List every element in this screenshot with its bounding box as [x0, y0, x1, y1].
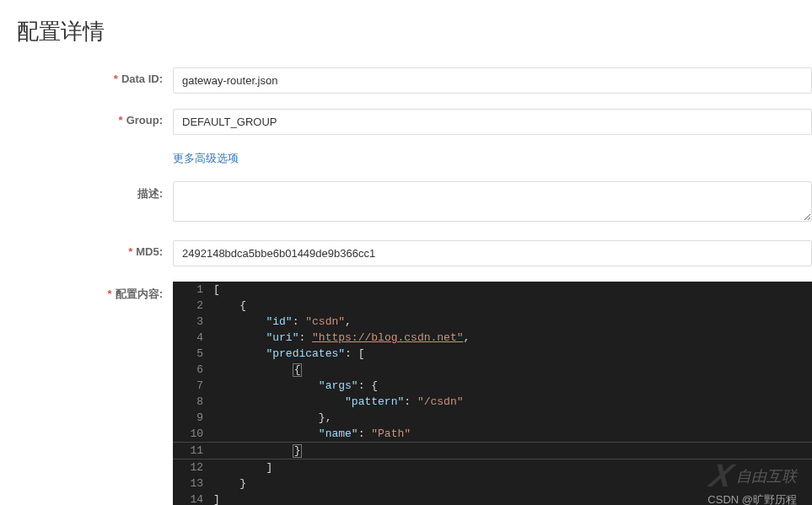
- code-text: "name": "Path": [213, 426, 812, 442]
- code-line: 5 "predicates": [: [173, 346, 812, 362]
- code-text: [: [213, 282, 812, 298]
- input-description[interactable]: [173, 181, 812, 222]
- code-text: "pattern": "/csdn": [213, 394, 812, 410]
- link-advanced-options[interactable]: 更多高级选项: [173, 152, 239, 164]
- code-line: 12 ]: [173, 459, 812, 475]
- row-content: *配置内容: 1[2 {3 "id": "csdn",4 "uri": "htt…: [17, 282, 812, 505]
- code-line: 8 "pattern": "/csdn": [173, 394, 812, 410]
- line-number: 10: [173, 426, 213, 442]
- label-description: 描述:: [17, 181, 173, 201]
- row-data-id: *Data ID:: [17, 67, 812, 94]
- label-md5: *MD5:: [17, 240, 173, 258]
- code-text: "uri": "https://blog.csdn.net",: [213, 330, 812, 346]
- code-text: "predicates": [: [213, 346, 812, 362]
- line-number: 11: [173, 443, 213, 459]
- code-line: 9 },: [173, 410, 812, 426]
- code-line: 2 {: [173, 298, 812, 314]
- line-number: 12: [173, 459, 213, 475]
- code-text: "id": "csdn",: [213, 314, 812, 330]
- row-description: 描述:: [17, 181, 812, 225]
- line-number: 13: [173, 475, 213, 492]
- line-number: 1: [173, 282, 213, 298]
- line-number: 7: [173, 378, 213, 394]
- code-line: 6 {: [173, 362, 812, 378]
- line-number: 3: [173, 314, 213, 330]
- code-text: }: [213, 443, 812, 459]
- row-md5: *MD5:: [17, 240, 812, 266]
- code-editor[interactable]: 1[2 {3 "id": "csdn",4 "uri": "https://bl…: [173, 282, 812, 505]
- code-text: ]: [213, 459, 812, 475]
- line-number: 6: [173, 362, 213, 378]
- line-number: 9: [173, 410, 213, 426]
- code-line: 1[: [173, 282, 812, 298]
- line-number: 5: [173, 346, 213, 362]
- code-line: 3 "id": "csdn",: [173, 314, 812, 330]
- line-number: 8: [173, 394, 213, 410]
- input-group[interactable]: [173, 109, 812, 135]
- label-data-id: *Data ID:: [17, 67, 173, 85]
- code-line: 11 }: [173, 442, 812, 459]
- page-title: 配置详情: [17, 17, 812, 46]
- input-data-id[interactable]: [173, 67, 812, 94]
- code-line: 7 "args": {: [173, 378, 812, 394]
- code-line: 4 "uri": "https://blog.csdn.net",: [173, 330, 812, 346]
- label-group: *Group:: [17, 109, 173, 126]
- code-line: 13 }: [173, 475, 812, 492]
- input-md5[interactable]: [173, 240, 812, 266]
- code-text: {: [213, 362, 812, 378]
- row-group: *Group:: [17, 109, 812, 135]
- line-number: 2: [173, 298, 213, 314]
- code-text: {: [213, 298, 812, 314]
- line-number: 4: [173, 330, 213, 346]
- code-text: }: [213, 475, 812, 492]
- code-text: "args": {: [213, 378, 812, 394]
- code-text: ]: [213, 492, 812, 505]
- code-line: 14]: [173, 492, 812, 505]
- code-text: },: [213, 410, 812, 426]
- row-advanced: 更多高级选项: [17, 150, 812, 166]
- line-number: 14: [173, 492, 213, 505]
- label-content: *配置内容:: [17, 282, 173, 302]
- code-line: 10 "name": "Path": [173, 426, 812, 442]
